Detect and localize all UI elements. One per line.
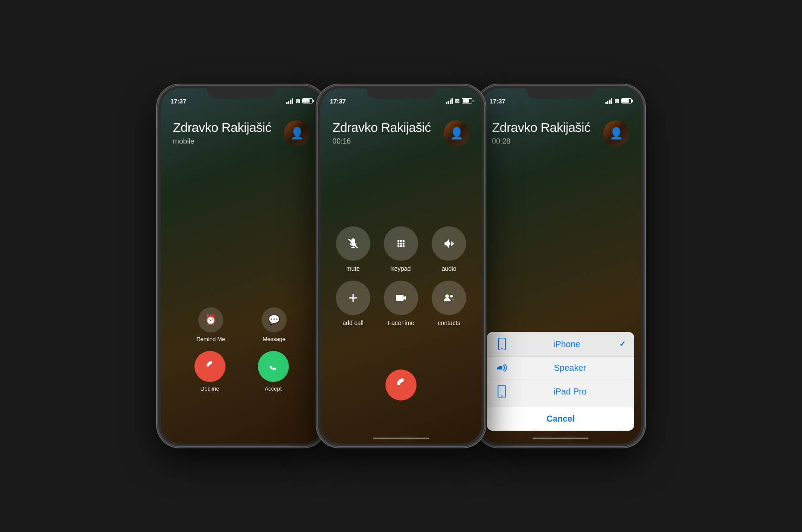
- phone-audio-picker: 17:37 ⊠ Zdravko Rakijašić 00:28: [476, 85, 645, 447]
- wifi-icon-1: ⊠: [295, 98, 300, 104]
- svg-point-7: [397, 245, 399, 247]
- accept-label: Accept: [265, 385, 282, 392]
- signal-bar: [286, 102, 288, 104]
- signal-bar: [292, 98, 293, 104]
- svg-point-2: [400, 240, 402, 242]
- facetime-button[interactable]: FaceTime: [381, 281, 420, 326]
- speaker-label: Speaker: [514, 363, 626, 373]
- signal-bar: [290, 100, 291, 104]
- screen-3: 17:37 ⊠ Zdravko Rakijašić 00:28: [480, 88, 641, 444]
- svg-point-5: [400, 243, 402, 245]
- svg-marker-18: [497, 366, 500, 369]
- screen-1: 17:37 ⊠ Zdravko Rakijašić mobile: [161, 88, 322, 444]
- svg-point-1: [397, 240, 399, 242]
- signal-bars-2: [446, 98, 453, 104]
- accept-circle: [258, 351, 289, 382]
- status-time-2: 17:37: [330, 97, 346, 105]
- contact-section-3: Zdravko Rakijašić 00:28 👤: [480, 107, 641, 146]
- wifi-icon-3: ⊠: [614, 98, 619, 104]
- iphone-option[interactable]: iPhone ✓: [487, 332, 634, 357]
- svg-point-17: [501, 348, 503, 349]
- end-call-section: [385, 369, 417, 401]
- audio-button[interactable]: audio: [429, 226, 469, 272]
- contact-section-1: Zdravko Rakijašić mobile 👤: [161, 107, 322, 146]
- call-timer-2: 00:16: [332, 137, 444, 146]
- status-icons-3: ⊠: [605, 98, 632, 104]
- contacts-label: contacts: [438, 319, 460, 326]
- home-indicator-2: [373, 438, 429, 439]
- notch-1: [207, 86, 276, 99]
- svg-point-6: [402, 243, 404, 245]
- contact-name-1: Zdravko Rakijašić: [173, 120, 284, 135]
- ipad-label: iPad Pro: [514, 387, 626, 397]
- contact-info-3: Zdravko Rakijašić 00:28: [492, 120, 603, 146]
- message-label: Message: [263, 336, 285, 342]
- contacts-icon: [432, 281, 466, 315]
- add-call-button[interactable]: add call: [333, 281, 373, 326]
- mute-icon: [336, 226, 370, 261]
- signal-bars-1: [286, 98, 294, 104]
- contact-info-2: Zdravko Rakijašić 00:16: [332, 120, 444, 146]
- ipad-option[interactable]: iPad Pro: [487, 379, 634, 404]
- incoming-actions: ⏰ Remind Me 💬 Message: [161, 307, 322, 392]
- svg-point-21: [501, 395, 503, 397]
- contact-section-2: Zdravko Rakijašić 00:16 👤: [320, 107, 482, 146]
- svg-point-4: [397, 243, 399, 245]
- phones-container: 17:37 ⊠ Zdravko Rakijašić mobile: [149, 72, 653, 460]
- iphone-label: iPhone: [514, 339, 619, 349]
- facetime-label: FaceTime: [388, 319, 414, 326]
- remind-message-row: ⏰ Remind Me 💬 Message: [161, 307, 322, 342]
- controls-grid: mute keypad: [333, 226, 469, 326]
- message-action[interactable]: 💬 Message: [262, 307, 287, 342]
- mute-button[interactable]: mute: [333, 226, 373, 272]
- keypad-icon: [384, 226, 418, 261]
- avatar-face-1: 👤: [284, 120, 310, 146]
- svg-point-9: [402, 245, 404, 247]
- call-controls: mute keypad: [320, 226, 482, 326]
- phone-incoming: 17:37 ⊠ Zdravko Rakijašić mobile: [157, 85, 326, 447]
- home-indicator-3: [533, 438, 589, 439]
- facetime-icon: [384, 281, 418, 315]
- audio-label: audio: [442, 265, 456, 272]
- remind-label: Remind Me: [196, 336, 225, 342]
- cancel-button[interactable]: Cancel: [487, 407, 634, 431]
- svg-point-14: [445, 294, 449, 298]
- phone-active: 17:37 ⊠ Zdravko Rakijašić 00:16: [317, 85, 485, 447]
- avatar-face-2: 👤: [444, 120, 470, 146]
- wifi-icon-2: ⊠: [455, 98, 460, 104]
- status-time-1: 17:37: [170, 97, 186, 105]
- remind-icon: ⏰: [198, 307, 223, 332]
- battery-1: [302, 98, 313, 103]
- signal-bar: [288, 101, 289, 104]
- status-time-3: 17:37: [489, 97, 505, 105]
- screen-2: 17:37 ⊠ Zdravko Rakijašić 00:16: [320, 88, 482, 444]
- status-icons-1: ⊠: [286, 98, 313, 104]
- notch-3: [526, 86, 595, 99]
- battery-3: [621, 98, 632, 103]
- contact-name-3: Zdravko Rakijašić: [492, 120, 603, 135]
- accept-button[interactable]: Accept: [258, 351, 289, 392]
- decline-button[interactable]: Decline: [194, 351, 226, 392]
- keypad-button[interactable]: keypad: [381, 226, 420, 272]
- battery-2: [462, 98, 472, 103]
- svg-point-3: [402, 240, 404, 242]
- ipad-device-icon: [495, 385, 508, 397]
- speaker-device-icon: [495, 363, 508, 373]
- avatar-1: 👤: [284, 120, 310, 146]
- avatar-face-3: 👤: [603, 120, 629, 146]
- message-icon: 💬: [262, 307, 287, 332]
- audio-picker-sheet: iPhone ✓ Speaker: [487, 332, 634, 431]
- decline-circle: [194, 351, 226, 382]
- notch-2: [367, 86, 435, 99]
- contact-info-1: Zdravko Rakijašić mobile: [173, 120, 284, 146]
- remind-me-action[interactable]: ⏰ Remind Me: [196, 307, 225, 342]
- speaker-option[interactable]: Speaker: [487, 357, 634, 379]
- contacts-button[interactable]: contacts: [429, 281, 469, 326]
- checkmark-icon: ✓: [619, 339, 626, 349]
- svg-rect-19: [500, 366, 502, 369]
- end-call-button[interactable]: [385, 369, 417, 401]
- audio-icon: [432, 226, 466, 261]
- avatar-3: 👤: [603, 120, 629, 146]
- cancel-section: Cancel: [487, 407, 634, 431]
- signal-bars-3: [605, 98, 613, 104]
